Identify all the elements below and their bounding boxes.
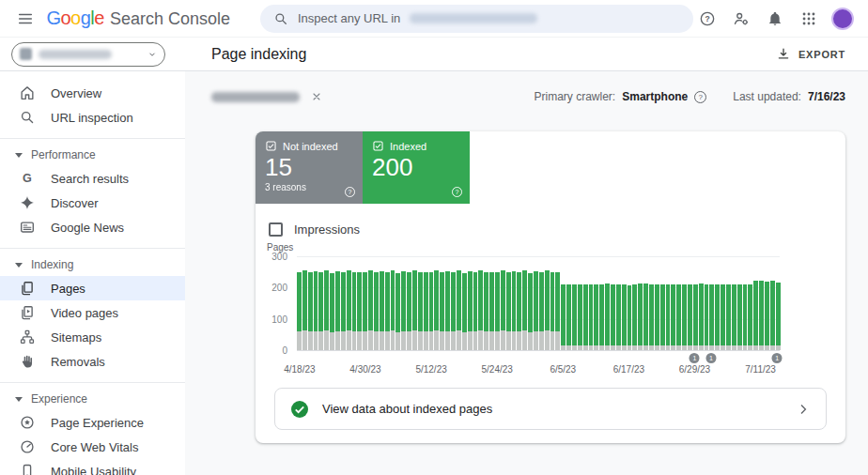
chart-bar[interactable] xyxy=(622,256,627,350)
chart-bar[interactable] xyxy=(412,256,417,350)
chart-bar[interactable] xyxy=(374,256,379,350)
chart-bar[interactable] xyxy=(517,256,521,350)
chart-bar[interactable] xyxy=(682,256,687,350)
chart-bar[interactable] xyxy=(424,256,428,350)
chart-bar[interactable] xyxy=(539,256,544,350)
chart-bar[interactable] xyxy=(468,256,473,350)
chart-bar[interactable] xyxy=(495,256,500,350)
chart-bar[interactable] xyxy=(753,256,758,350)
sidebar-item-sitemaps[interactable]: Sitemaps xyxy=(0,325,185,349)
chart-bar[interactable] xyxy=(368,256,373,350)
section-header-performance[interactable]: Performance xyxy=(0,144,185,166)
chart-bar[interactable] xyxy=(407,256,411,350)
sidebar-item-discover[interactable]: Discover xyxy=(0,191,185,215)
chart-bar[interactable] xyxy=(666,256,671,350)
chart-bar[interactable] xyxy=(594,256,598,350)
chart-bar[interactable] xyxy=(572,256,577,350)
chart-bar[interactable] xyxy=(330,256,334,350)
chart-bar[interactable] xyxy=(555,256,560,350)
chart-bar[interactable] xyxy=(484,256,488,350)
menu-button[interactable] xyxy=(13,5,37,33)
chart-bar[interactable] xyxy=(473,256,478,350)
chart-bar[interactable] xyxy=(457,256,461,350)
help-circle-icon[interactable]: ? xyxy=(452,187,462,197)
export-button[interactable]: EXPORT xyxy=(776,47,845,62)
chart-bar[interactable] xyxy=(616,256,621,350)
chart-bar[interactable] xyxy=(628,256,632,350)
close-icon[interactable] xyxy=(311,91,322,102)
chart-bar[interactable] xyxy=(715,256,720,350)
impressions-checkbox[interactable] xyxy=(269,222,283,237)
sidebar-item-google-news[interactable]: Google News xyxy=(0,215,185,239)
chart-bar[interactable] xyxy=(765,256,769,350)
help-circle-icon[interactable]: ? xyxy=(345,187,355,197)
url-inspect-input[interactable]: Inspect any URL in xyxy=(260,5,693,33)
chart-bar[interactable] xyxy=(693,256,698,350)
chart-bar[interactable] xyxy=(445,256,450,350)
chart-bar[interactable] xyxy=(506,256,511,350)
chart-bar[interactable] xyxy=(528,256,533,350)
sidebar-item-pages[interactable]: Pages xyxy=(0,276,185,300)
chart-bar[interactable] xyxy=(726,256,731,350)
chart-bar[interactable] xyxy=(770,256,775,350)
chart-bar[interactable] xyxy=(748,256,752,350)
chart-bar[interactable] xyxy=(688,256,692,350)
account-avatar[interactable] xyxy=(829,5,857,33)
help-circle-icon[interactable]: ? xyxy=(694,91,706,103)
sidebar-item-overview[interactable]: Overview xyxy=(0,81,185,105)
chart-bar[interactable] xyxy=(341,256,346,350)
sidebar-item-page-experience[interactable]: Page Experience xyxy=(0,410,185,435)
sidebar-item-removals[interactable]: Removals xyxy=(0,349,185,374)
chart-bar[interactable] xyxy=(391,256,395,350)
chart-bar[interactable] xyxy=(434,256,439,350)
chart-bar[interactable] xyxy=(566,256,571,350)
chart-bar[interactable] xyxy=(732,256,736,350)
chart-bar[interactable] xyxy=(363,256,367,350)
chart-bar[interactable] xyxy=(583,256,588,350)
chart-bar[interactable] xyxy=(357,256,362,350)
sidebar-item-url-inspection[interactable]: URL inspection xyxy=(0,105,185,130)
chart-bar[interactable] xyxy=(638,256,643,350)
view-indexed-data-row[interactable]: View data about indexed pages xyxy=(274,388,827,430)
chart-bar[interactable] xyxy=(462,256,467,350)
chart-bar[interactable] xyxy=(451,256,456,350)
chart-bar[interactable] xyxy=(632,256,637,350)
chart-bar[interactable] xyxy=(737,256,742,350)
chart-bar[interactable] xyxy=(643,256,648,350)
chart-bar[interactable] xyxy=(649,256,654,350)
chart-bar[interactable] xyxy=(605,256,610,350)
sidebar-item-mobile-usability[interactable]: Mobile Usability xyxy=(0,459,185,475)
chart-bar[interactable] xyxy=(429,256,434,350)
apps-grid-button[interactable] xyxy=(795,5,823,33)
chart-bar[interactable] xyxy=(550,256,555,350)
chart-bar[interactable] xyxy=(611,256,615,350)
chart-bar[interactable] xyxy=(561,256,566,350)
chart-bar[interactable] xyxy=(478,256,483,350)
chart-bar[interactable] xyxy=(308,256,313,350)
chart-bar[interactable] xyxy=(352,256,357,350)
chart-bar[interactable] xyxy=(302,256,307,350)
notifications-button[interactable] xyxy=(761,5,789,33)
chart-bar[interactable] xyxy=(660,256,665,350)
chart-bar[interactable] xyxy=(776,256,781,350)
chart-bar[interactable] xyxy=(578,256,582,350)
chart-bar[interactable] xyxy=(418,256,423,350)
sidebar-item-video-pages[interactable]: Video pages xyxy=(0,300,185,325)
sidebar-item-core-web-vitals[interactable]: Core Web Vitals xyxy=(0,435,185,459)
chart-bar[interactable] xyxy=(489,256,494,350)
chart-bar[interactable] xyxy=(759,256,764,350)
chart-bar[interactable] xyxy=(589,256,594,350)
chart-bar[interactable] xyxy=(501,256,505,350)
property-selector[interactable] xyxy=(11,42,165,67)
chart-bar[interactable] xyxy=(534,256,538,350)
help-button[interactable]: ? xyxy=(693,5,721,33)
chart-bar[interactable] xyxy=(599,256,604,350)
chart-bar[interactable] xyxy=(655,256,659,350)
chart-bar[interactable] xyxy=(347,256,351,350)
chart-bar[interactable] xyxy=(743,256,748,350)
section-header-indexing[interactable]: Indexing xyxy=(0,253,185,276)
chart-bar[interactable] xyxy=(318,256,323,350)
chart-bar[interactable] xyxy=(676,256,681,350)
chart-bar[interactable] xyxy=(671,256,675,350)
chart-bar[interactable] xyxy=(545,256,550,350)
